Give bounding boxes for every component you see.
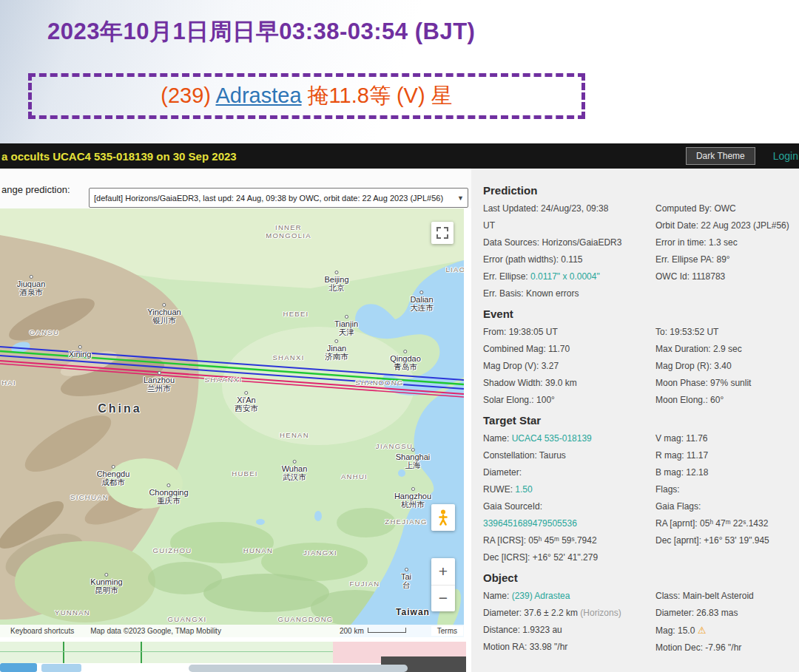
field-value: Main-belt Asteroid	[680, 591, 753, 601]
map-label-xi-an: Xi'An西安市	[235, 391, 258, 413]
field-label: Computed By:	[655, 203, 712, 214]
panel-field: Mag: 15.0 ⚠	[655, 622, 799, 639]
map-label-hunan: HUNAN	[243, 547, 273, 555]
occultation-path-map[interactable]: INNER MONGOLIALIAOBeijing北京Jiuquan酒泉市Dal…	[0, 208, 464, 637]
field-label: Data Sources:	[483, 237, 539, 248]
field-label: Mag Drop (R):	[655, 361, 712, 371]
map-label-chongqing: Chongqing重庆市	[149, 483, 188, 506]
field-value: 26.83 mas	[694, 608, 738, 618]
map-scale-bar	[368, 628, 406, 633]
dark-theme-button[interactable]: Dark Theme	[686, 147, 755, 165]
map-label-guangdong: GUANGDONG	[277, 616, 333, 624]
field-label: Class:	[655, 591, 680, 601]
field-label: Solar Elong.:	[483, 395, 534, 405]
field-label: Err. Ellipse:	[483, 271, 528, 282]
field-label: Last Updated:	[483, 203, 539, 214]
panel-section-event: EventFrom: 19:38:05 UTCombined Mag: 11.7…	[483, 308, 799, 409]
field-value: 19:38:05 UT	[506, 327, 557, 337]
panel-field: R mag: 11.17	[655, 447, 799, 464]
warning-icon: ⚠	[695, 625, 706, 636]
panel-field: Name: (239) Adrastea	[483, 588, 655, 605]
field-label: RUWE:	[483, 484, 513, 495]
panel-section-prediction: PredictionLast Updated: 24/Aug/23, 09:38…	[483, 184, 799, 302]
field-value[interactable]: 3396451689479505536	[483, 515, 655, 532]
field-value: 60°	[708, 395, 724, 405]
panel-field: Dec [ICRS]: +16° 52' 41".279	[483, 549, 655, 566]
field-value: OWC	[712, 203, 736, 214]
panel-section-object: ObjectName: (239) AdrasteaDiameter: 37.6…	[483, 571, 799, 656]
panel-field: V mag: 11.76	[655, 430, 799, 447]
field-value: 3.40	[712, 361, 732, 371]
field-label: To:	[655, 327, 667, 337]
field-value: 05ʰ 47ᵐ 22ˢ.1432	[698, 518, 769, 529]
zoom-out-button[interactable]: −	[431, 586, 455, 612]
terms-link[interactable]: Terms	[431, 626, 463, 636]
field-label: Error (path widths):	[483, 254, 559, 265]
prediction-select[interactable]: [default] Horizons/GaiaEDR3, last upd: 2…	[89, 188, 468, 208]
field-label: Err. Basis:	[483, 288, 524, 299]
city-dot-icon	[420, 291, 424, 294]
field-label: RA [ICRS]:	[483, 535, 526, 546]
field-label: Gaia SourceId:	[483, 501, 542, 512]
map-label-chengdu: Chengdu成都市	[97, 465, 130, 487]
field-label: Mag:	[655, 625, 675, 636]
city-dot-icon	[293, 460, 297, 464]
keyboard-shortcuts-link[interactable]: Keyboard shortcuts	[10, 627, 74, 635]
map-label-taiwan: Taiwan	[396, 608, 430, 617]
map-label-hubei: HUBEI	[232, 470, 258, 478]
panel-field: Err. Ellipse PA: 89°	[655, 251, 799, 268]
pegman-streetview-button[interactable]	[431, 504, 455, 531]
change-prediction-label: ange prediction:	[1, 184, 70, 195]
panel-field: Moon Phase: 97% sunlit	[655, 375, 799, 392]
map-label-shanghai: Shanghai上海	[396, 448, 431, 470]
chevron-down-icon: ▼	[457, 194, 464, 202]
occultation-page-title: a occults UCAC4 535-018139 on 30 Sep 202…	[1, 150, 237, 163]
panel-field: Data Sources: Horizons/GaiaEDR3	[483, 234, 655, 251]
field-value: 39.0 km	[543, 378, 577, 388]
map-label-sichuan: SICHUAN	[70, 494, 109, 502]
panel-field: Shadow Width: 39.0 km	[483, 375, 655, 392]
field-value: 1.3 sec	[707, 237, 738, 248]
field-value[interactable]: 0.0117" x 0.0004"	[528, 271, 600, 282]
map-label-fujian: FUJIAN	[349, 580, 380, 588]
field-label: Shadow Width:	[483, 378, 543, 388]
field-value[interactable]: 1.50	[513, 484, 533, 495]
map-label-shandong: SHANDONG	[355, 379, 403, 387]
taskbar-fragment-lightblue	[41, 664, 81, 672]
field-value: 11.76	[684, 433, 707, 444]
map-scale: 200 km	[340, 627, 406, 635]
map-label-beijing: Beijing北京	[324, 271, 348, 293]
field-label: Motion Dec:	[655, 642, 703, 653]
screenshot-root: 2023年10月1日周日早03:38-03:54 (BJT) (239) Adr…	[0, 0, 799, 672]
panel-field: Computed By: OWC	[655, 200, 799, 217]
visibility-chart-strip-green	[0, 642, 333, 663]
panel-field: Last Updated: 24/Aug/23, 09:38 UT	[483, 200, 655, 234]
event-title-prefix: (239)	[161, 84, 215, 107]
panel-field: Mag Drop (V): 3.27	[483, 358, 655, 375]
city-dot-icon	[404, 350, 408, 353]
map-label-jiuquan: Jiuquan酒泉市	[17, 275, 46, 297]
map-label-gansu: GANSU	[30, 329, 59, 337]
section-title: Prediction	[483, 184, 799, 197]
zoom-in-button[interactable]: +	[431, 558, 455, 586]
map-label-jiangsu: JIANGSU	[376, 443, 413, 451]
field-value: Taurus	[537, 450, 566, 461]
adrastea-link[interactable]: Adrastea	[215, 84, 301, 107]
city-dot-icon	[405, 568, 408, 571]
city-dot-icon	[335, 339, 339, 343]
city-dot-icon	[345, 315, 348, 319]
map-label-shanxi: SHANXI	[272, 354, 304, 362]
login-link[interactable]: Login	[773, 150, 798, 162]
panel-field: Orbit Date: 22 Aug 2023 (JPL#56)	[655, 217, 799, 234]
chart-event-line	[141, 642, 142, 663]
panel-field: RUWE: 1.50	[483, 481, 655, 498]
panel-field: Diameter:	[483, 464, 655, 481]
field-label: Flags:	[655, 484, 680, 495]
fullscreen-button[interactable]	[431, 222, 454, 244]
field-value[interactable]: (239) Adrastea	[509, 591, 570, 601]
panel-field: Diameter: 37.6 ± 2.2 km (Horizons)	[483, 605, 655, 622]
field-value[interactable]: UCAC4 535-018139	[509, 433, 591, 444]
panel-field: B mag: 12.18	[655, 464, 799, 481]
map-label-hebei: HEBEI	[283, 310, 309, 319]
field-value: 22 Aug 2023 (JPL#56)	[698, 220, 789, 231]
